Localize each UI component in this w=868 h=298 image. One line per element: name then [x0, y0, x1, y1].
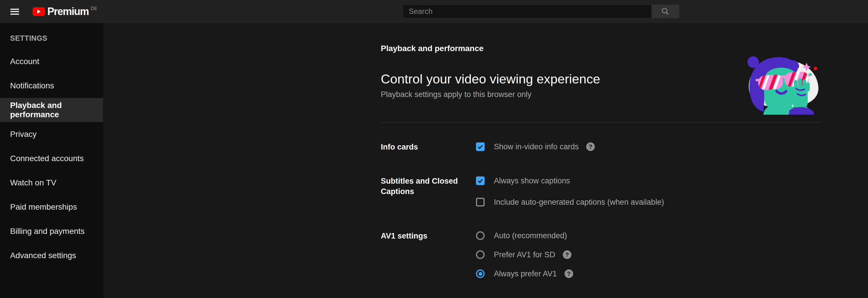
- control-label[interactable]: Always prefer AV1: [494, 269, 557, 279]
- top-bar: Premium DE: [0, 0, 868, 23]
- sidebar-item-label: Playback and performance: [10, 101, 103, 119]
- section-label: AV1 settings: [381, 231, 476, 279]
- menu-bar: [10, 13, 19, 15]
- checkbox-row-always-show-captions: Always show captions: [476, 176, 822, 186]
- sidebar-item-label: Billing and payments: [10, 227, 85, 236]
- checkbox-row-show-in-video-info-cards: Show in-video info cards?: [476, 142, 822, 152]
- radio-unchecked[interactable]: [476, 250, 485, 259]
- radio-row-always-prefer-av1: Always prefer AV1?: [476, 269, 822, 279]
- section-label: Info cards: [381, 142, 476, 152]
- control-label[interactable]: Auto (recommended): [494, 231, 567, 241]
- sidebar-item-advanced-settings[interactable]: Advanced settings: [0, 243, 103, 268]
- checkbox-unchecked[interactable]: [476, 198, 485, 207]
- control-label[interactable]: Include auto-generated captions (when av…: [494, 197, 664, 207]
- sidebar-item-label: Notifications: [10, 81, 54, 90]
- control-label[interactable]: Prefer AV1 for SD: [494, 250, 555, 260]
- sidebar-nav: AccountNotificationsPlayback and perform…: [0, 49, 103, 268]
- section-label: Subtitles and Closed Captions: [381, 176, 476, 207]
- sidebar-item-connected-accounts[interactable]: Connected accounts: [0, 146, 103, 171]
- sidebar-item-playback-and-performance[interactable]: Playback and performance: [0, 98, 103, 122]
- sidebar-item-label: Connected accounts: [10, 154, 84, 163]
- youtube-play-icon: [33, 7, 45, 16]
- search-input[interactable]: [403, 5, 651, 18]
- section-controls: Show in-video info cards?: [476, 142, 822, 152]
- divider: [381, 123, 822, 123]
- control-label[interactable]: Always show captions: [494, 176, 570, 186]
- search-button[interactable]: [651, 5, 679, 18]
- main-content: Playback and performance Control your vi…: [103, 23, 868, 298]
- sidebar-item-notifications[interactable]: Notifications: [0, 74, 103, 98]
- settings-section-info-cards: Info cardsShow in-video info cards?: [381, 142, 822, 152]
- menu-bar: [10, 9, 19, 10]
- playback-hero-illustration: [747, 53, 819, 115]
- help-icon[interactable]: ?: [586, 142, 595, 151]
- control-label[interactable]: Show in-video info cards: [494, 142, 579, 152]
- radio-unchecked[interactable]: [476, 231, 485, 240]
- sidebar-title: SETTINGS: [0, 23, 103, 43]
- radio-row-prefer-av1-for-sd: Prefer AV1 for SD?: [476, 250, 822, 260]
- country-code: DE: [91, 6, 97, 11]
- section-controls: Auto (recommended)Prefer AV1 for SD?Alwa…: [476, 231, 822, 279]
- sidebar-item-label: Paid memberships: [10, 202, 77, 212]
- sidebar-item-privacy[interactable]: Privacy: [0, 122, 103, 146]
- sidebar-item-billing-and-payments[interactable]: Billing and payments: [0, 219, 103, 243]
- youtube-premium-logo[interactable]: Premium DE: [33, 7, 97, 16]
- sidebar-item-label: Account: [10, 57, 39, 66]
- help-icon[interactable]: ?: [564, 269, 573, 278]
- search-box: [403, 5, 679, 18]
- sidebar-item-watch-on-tv[interactable]: Watch on TV: [0, 171, 103, 195]
- settings-section-subtitles-and-closed-captions: Subtitles and Closed CaptionsAlways show…: [381, 176, 822, 207]
- menu-icon[interactable]: [10, 9, 19, 15]
- section-controls: Always show captionsInclude auto-generat…: [476, 176, 822, 207]
- radio-checked[interactable]: [476, 269, 485, 278]
- breadcrumb: Playback and performance: [381, 43, 822, 54]
- help-icon[interactable]: ?: [563, 250, 571, 259]
- checkbox-checked[interactable]: [476, 177, 485, 185]
- settings-sidebar: SETTINGS AccountNotificationsPlayback an…: [0, 23, 103, 298]
- checkbox-checked[interactable]: [476, 142, 485, 151]
- search-icon: [660, 7, 670, 16]
- sidebar-item-label: Privacy: [10, 130, 37, 139]
- brand-wordmark: Premium: [47, 7, 89, 16]
- checkbox-row-include-auto-generated-captions-when-available: Include auto-generated captions (when av…: [476, 197, 822, 207]
- settings-sections: Info cardsShow in-video info cards?Subti…: [381, 142, 822, 279]
- sidebar-item-paid-memberships[interactable]: Paid memberships: [0, 195, 103, 219]
- sidebar-item-label: Advanced settings: [10, 251, 76, 260]
- content-column: Playback and performance Control your vi…: [381, 23, 822, 279]
- sidebar-item-label: Watch on TV: [10, 178, 56, 187]
- settings-section-av1-settings: AV1 settingsAuto (recommended)Prefer AV1…: [381, 231, 822, 279]
- sidebar-item-account[interactable]: Account: [0, 49, 103, 74]
- menu-bar: [10, 11, 19, 12]
- radio-row-auto-recommended: Auto (recommended): [476, 231, 822, 241]
